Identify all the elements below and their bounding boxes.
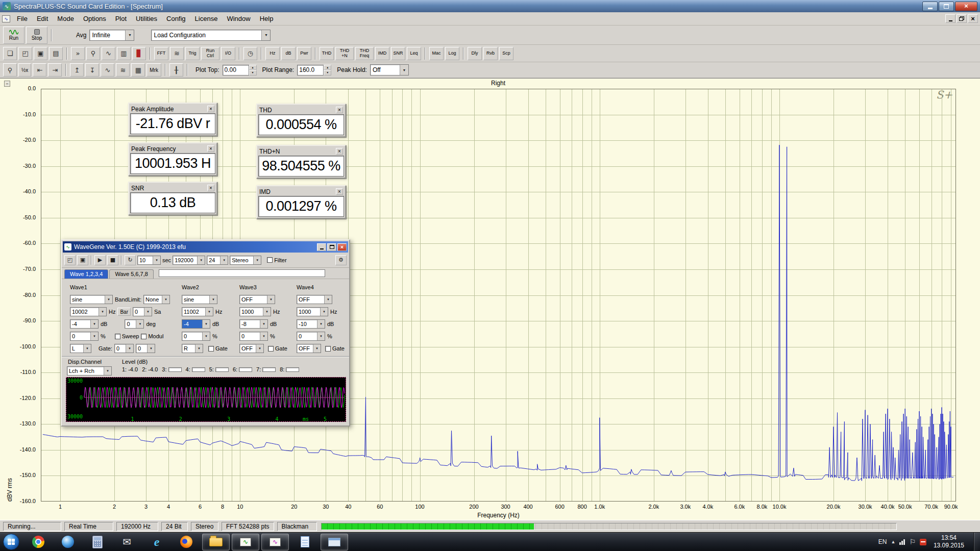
menu-mode[interactable]: Mode [53, 13, 79, 24]
menu-help[interactable]: Help [255, 13, 278, 24]
wave2-type-select[interactable]: sine [182, 295, 217, 304]
collapse-plot-button[interactable] [4, 81, 10, 87]
wave1-modul-checkbox[interactable]: Modul [141, 333, 163, 339]
child-restore-button[interactable] [957, 14, 967, 23]
wave1-gate-a-select[interactable]: 0 [114, 344, 134, 353]
plot-range-input[interactable] [297, 65, 324, 76]
action-center-icon[interactable]: ⚐ [909, 538, 916, 546]
toolbar-button-pwr[interactable]: Pwr [297, 47, 311, 60]
wave2-channel-select[interactable]: R [182, 344, 203, 353]
toolbar-button-run-ctrl[interactable]: Run Ctrl [201, 47, 219, 60]
toolbar-button-thd-freq[interactable]: THD Freq [355, 47, 374, 60]
taskbar-notepad-icon[interactable] [291, 534, 318, 550]
menu-license[interactable]: License [190, 13, 223, 24]
wave2-level-select[interactable]: -4 [182, 319, 210, 329]
snr-window[interactable]: SNR 0.13 dB [128, 182, 217, 215]
wave4-channel-select[interactable]: OFF [297, 344, 321, 353]
antivirus-tray-icon[interactable] [920, 539, 926, 545]
wg-tools-icon[interactable]: ⚙ [335, 255, 347, 265]
spectrum-child-icon[interactable] [2, 15, 10, 22]
close-button[interactable] [955, 2, 977, 11]
taskbar-wavegene-icon[interactable]: ∿ [261, 534, 289, 550]
toolbar-button-db[interactable]: dB [281, 47, 296, 60]
wg-play-icon[interactable]: ▶ [94, 255, 106, 265]
zoom-icon[interactable]: ⚲ [3, 63, 17, 77]
wg-save-icon[interactable]: ▣ [77, 255, 88, 265]
sweep-icon[interactable]: ≋ [170, 47, 184, 60]
menu-utilities[interactable]: Utilities [131, 13, 162, 24]
filled-plot-icon[interactable]: ≋ [116, 63, 130, 77]
wg-loop-icon[interactable]: ↻ [125, 255, 136, 265]
level-meter-icon[interactable]: ▊ [132, 47, 146, 60]
toolbar-button-snr[interactable]: SNR [391, 47, 405, 60]
plot-top-input[interactable] [223, 65, 249, 76]
wave4-type-select[interactable]: OFF [297, 295, 332, 304]
menu-options[interactable]: Options [79, 13, 111, 24]
close-icon[interactable] [336, 148, 343, 155]
wave1-frequency-select[interactable]: 10002 [70, 307, 107, 316]
chevron-down-icon[interactable] [125, 30, 134, 40]
toolbar-button-rvb[interactable]: Rvb [483, 47, 498, 60]
toolbar-button-log[interactable]: Log [445, 47, 459, 60]
imd-window[interactable]: IMD 0.001297 % [256, 185, 346, 219]
toolbar-button-mac[interactable]: Mac [429, 47, 444, 60]
wavegene-maximize-button[interactable] [327, 243, 336, 251]
menu-file[interactable]: File [12, 13, 32, 24]
toolbar-button-leq[interactable]: Leq [407, 47, 421, 60]
wave1-level-select[interactable]: -4 [70, 319, 99, 329]
disp-channel-select[interactable]: Lch + Rch [67, 366, 112, 375]
close-icon[interactable] [336, 188, 343, 195]
menu-window[interactable]: Window [222, 13, 255, 24]
wavegene-minimize-button[interactable] [317, 243, 326, 251]
pan-left-icon[interactable]: ⇤ [33, 63, 46, 77]
channel-mode-select[interactable]: Stereo [230, 256, 261, 265]
averaging-select[interactable]: Infinite [89, 30, 134, 41]
zoom-waveform-icon[interactable]: ⚲ [86, 47, 100, 60]
sample-rate-select[interactable]: 192000 [173, 256, 205, 265]
taskbar-window-icon[interactable] [321, 534, 348, 550]
toolbar-button-thd-n[interactable]: THD +N [335, 47, 354, 60]
fader-icon[interactable]: ╂ [169, 63, 183, 77]
peak-amplitude-window[interactable]: Peak Amplitude -21.76 dBV r [128, 103, 217, 136]
chevron-down-icon[interactable] [261, 30, 270, 40]
toolbar-button-i-o[interactable]: I/O [221, 47, 235, 60]
wave4-percent-select[interactable]: 0 [297, 332, 325, 341]
wave1-gate-b-select[interactable]: 0 [136, 344, 155, 353]
peak-frequency-window[interactable]: Peak Frequency 10001.953 H [128, 142, 217, 176]
chevron-down-icon[interactable] [253, 256, 261, 264]
valley-marker-icon[interactable]: ↧ [85, 63, 99, 77]
marker-button[interactable]: Mrk [146, 63, 161, 77]
taskbar-spectraplus-icon[interactable]: ∿ [232, 534, 259, 550]
menu-edit[interactable]: Edit [32, 13, 53, 24]
toolbar-button-trig[interactable]: Trig [185, 47, 200, 60]
timer-icon[interactable]: ◷ [243, 47, 257, 60]
duration-select[interactable]: 10 [137, 256, 161, 265]
wave1-bandlimit-select[interactable]: None [143, 295, 170, 304]
toolbar-button-thd[interactable]: THD [320, 47, 334, 60]
wg-open-icon[interactable]: ◰ [64, 255, 76, 265]
new-file-icon[interactable]: ❏ [3, 47, 17, 60]
chevron-down-icon[interactable] [400, 65, 408, 75]
toolbar-button-fft[interactable]: FFT [154, 47, 168, 60]
wave3-channel-select[interactable]: OFF [239, 344, 264, 353]
wavegene-close-button[interactable] [337, 243, 347, 251]
line-plot-icon[interactable]: ∿ [101, 63, 114, 77]
wave3-percent-select[interactable]: 0 [239, 332, 268, 341]
transfer-function-icon[interactable]: ∿ [102, 47, 115, 60]
chevron-down-icon[interactable] [153, 256, 160, 264]
child-close-button[interactable] [968, 14, 978, 23]
taskbar-chrome-icon[interactable] [24, 534, 52, 550]
wave2-gate-checkbox[interactable]: Gate [208, 345, 228, 352]
half-scale-button[interactable]: ½x [18, 63, 31, 77]
peak-hold-select[interactable]: Off [370, 64, 409, 76]
wave4-frequency-select[interactable]: 1000 [297, 307, 328, 316]
pan-right-icon[interactable]: ⇥ [48, 63, 62, 77]
bar-plot-icon[interactable]: ▦ [131, 63, 145, 77]
bit-depth-select[interactable]: 24 [207, 256, 228, 265]
wave1-percent-select[interactable]: 0 [70, 332, 99, 341]
wave2-percent-select[interactable]: 0 [182, 332, 210, 341]
thd-window[interactable]: THD 0.000554 % [256, 104, 346, 137]
wg-stop-icon[interactable]: ■ [107, 255, 118, 265]
plot-range-spinner[interactable] [324, 65, 331, 76]
save-icon[interactable]: ▣ [34, 47, 47, 60]
